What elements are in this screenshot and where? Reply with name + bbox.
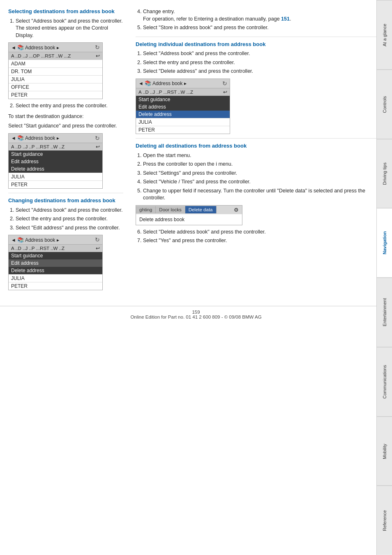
address-book-widget-1: ◄ 📚 Address book ▸ ↻ A ..D ..J ...OP ...… <box>8 42 103 99</box>
deleting-individual-steps: Select "Address book" and press the cont… <box>136 50 376 75</box>
addr-widget-3-header: ◄ 📚 Address book ▸ ↻ <box>9 235 102 244</box>
selecting-step-2: Select the entry and press the controlle… <box>16 102 123 110</box>
addr-row-peter-4: PETER <box>136 126 230 134</box>
sidebar-tab-navigation[interactable]: Navigation <box>377 208 392 278</box>
section-deleting-all-heading: Deleting all destinations from address b… <box>136 143 376 150</box>
sidebar-tab-communications[interactable]: Communications <box>377 347 392 416</box>
refresh-icon-3: ↻ <box>95 236 100 243</box>
addr-row-adam: ADAM <box>9 60 102 67</box>
sidebar-tab-driving-tips[interactable]: Driving tips <box>377 139 392 208</box>
section-selecting-heading: Selecting destinations from address book <box>8 8 123 15</box>
selecting-step-2-list: Select the entry and press the controlle… <box>8 102 123 110</box>
sidebar-tab-controls[interactable]: Controls <box>377 69 392 139</box>
del-all-step-7: Select "Yes" and press the controller. <box>143 237 376 245</box>
changing-step-4: Change entry. For operation, refer to En… <box>143 8 376 23</box>
addr-row-julia-3: JULIA <box>9 274 102 282</box>
del-ind-step-2: Select the entry and press the controlle… <box>143 59 376 67</box>
del-all-step-2: Press the controller to open the i menu. <box>143 161 376 168</box>
menu-edit-address-4: Edit address <box>136 103 230 111</box>
divider-1 <box>8 193 123 193</box>
changing-steps-list: Select "Address book" and press the cont… <box>8 207 123 232</box>
deleting-all-steps-6-7: Select "Delete address book" and press t… <box>136 229 376 245</box>
delete-widget-body: Delete address book <box>136 214 242 225</box>
menu-delete-address-4: Delete address <box>136 111 230 118</box>
del-all-step-3: Select "Settings" and press the controll… <box>143 170 376 177</box>
addr-row-peter-1: PETER <box>9 91 102 99</box>
tab-ghting: ghting <box>136 206 156 213</box>
menu-delete-address: Delete address <box>9 165 102 173</box>
addr-widget-2-header: ◄ 📚 Address book ▸ ↻ <box>9 134 102 143</box>
enter-icon-1: ↩ <box>96 53 100 59</box>
addr-rows-4: Start guidance Edit address Delete addre… <box>136 96 230 134</box>
refresh-icon-2: ↻ <box>95 135 100 141</box>
addr-nav-1: A ..D ..J ...OP ...RST ..W ...Z ↩ <box>9 52 102 60</box>
deleting-all-steps: Open the start menu. Press the controlle… <box>136 152 376 202</box>
section-deleting-all: Deleting all destinations from address b… <box>136 143 376 245</box>
section-selecting: Selecting destinations from address book… <box>8 8 123 189</box>
menu-start-guidance-4: Start guidance <box>136 96 230 103</box>
delete-address-book-option: Delete address book <box>139 217 239 222</box>
address-book-widget-3: ◄ 📚 Address book ▸ ↻ A ..D ..J ..P ...RS… <box>8 235 103 290</box>
section-changing-heading: Changing destinations from address book <box>8 197 123 204</box>
addr-row-julia-1: JULIA <box>9 75 102 83</box>
changing-step-3: Select "Edit address" and press the cont… <box>16 224 123 232</box>
enter-icon-2: ↩ <box>96 144 100 150</box>
addr-nav-3: A ..D ..J ..P ...RST ..W ..Z ↩ <box>9 244 102 252</box>
divider-3 <box>136 138 376 139</box>
menu-start-guidance: Start guidance <box>9 150 102 158</box>
addr-rows-2: Start guidance Edit address Delete addre… <box>9 150 102 188</box>
selecting-step-1: Select "Address book" and press the cont… <box>16 18 123 39</box>
addr-nav-4: A ..D ..J ..P ...RST ..W ...Z ↩ <box>136 88 230 96</box>
changing-continuation: Change entry. For operation, refer to En… <box>136 8 376 32</box>
sidebar-tab-at-a-glance[interactable]: At a glance <box>377 0 392 69</box>
enter-icon-3: ↩ <box>96 245 100 251</box>
addr-widget-1-header: ◄ 📚 Address book ▸ ↻ <box>9 43 102 52</box>
addr-row-peter-2: PETER <box>9 180 102 188</box>
changing-step-5: Select "Store in address book" and press… <box>143 24 376 32</box>
divider-2 <box>136 37 376 37</box>
left-column: Selecting destinations from address book… <box>8 8 131 294</box>
settings-icon: ⚙ <box>231 206 242 214</box>
section-changing: Changing destinations from address book … <box>8 197 123 290</box>
changing-steps-4-5: Change entry. For operation, refer to En… <box>136 8 376 32</box>
sidebar-tab-entertainment[interactable]: Entertainment <box>377 278 392 347</box>
guidance-intro: To start the destination guidance: <box>8 113 123 120</box>
address-book-widget-4: ◄ 📚 Address book ▸ ↻ A ..D ..J ..P ...RS… <box>136 79 230 134</box>
sidebar-tab-reference[interactable]: Reference <box>377 486 392 555</box>
enter-icon-4: ↩ <box>223 89 227 95</box>
addr-rows-1: ADAM DR. TOM JULIA OFFICE PETER <box>9 60 102 99</box>
tab-door-locks: Door locks <box>156 206 185 213</box>
del-all-step-1: Open the start menu. <box>143 152 376 160</box>
addr-widget-4-header: ◄ 📚 Address book ▸ ↻ <box>136 79 230 88</box>
del-all-step-6: Select "Delete address book" and press t… <box>143 229 376 236</box>
menu-edit-address: Edit address <box>9 158 102 165</box>
tab-delete-data: Delete data <box>185 206 217 213</box>
del-all-step-4: Select "Vehicle / Tires" and press the c… <box>143 178 376 186</box>
selecting-steps-list: Select "Address book" and press the cont… <box>8 18 123 39</box>
addr-row-julia-4: JULIA <box>136 118 230 126</box>
delete-widget-header: ghting Door locks Delete data ⚙ <box>136 206 242 214</box>
del-ind-step-3: Select "Delete address" and press the co… <box>143 68 376 75</box>
addr-row-office: OFFICE <box>9 83 102 91</box>
addr-row-julia-2: JULIA <box>9 173 102 180</box>
changing-step-2: Select the entry and press the controlle… <box>16 215 123 223</box>
section-deleting-individual-heading: Deleting individual destinations from ad… <box>136 41 376 48</box>
delete-data-widget: ghting Door locks Delete data ⚙ Delete a… <box>136 205 242 225</box>
footer: 159 Online Edition for Part no. 01 41 2 … <box>0 306 392 321</box>
addr-rows-3: Start guidance Edit address Delete addre… <box>9 252 102 290</box>
addr-row-peter-3: PETER <box>9 282 102 290</box>
del-all-step-5: Change to upper field if necessary. Turn… <box>143 187 376 202</box>
changing-step-1: Select "Address book" and press the cont… <box>16 207 123 214</box>
sidebar-tab-mobility[interactable]: Mobility <box>377 416 392 486</box>
page-link-151[interactable]: 151 <box>281 16 290 22</box>
page-number: 159 <box>192 310 200 314</box>
addr-row-dr-tom: DR. TOM <box>9 67 102 75</box>
refresh-icon-1: ↻ <box>95 44 100 51</box>
refresh-icon-4: ↻ <box>222 80 227 87</box>
addr-nav-2: A ..D ..J ..P ...RST ..W ..Z ↩ <box>9 143 102 150</box>
sidebar: At a glance Controls Driving tips Naviga… <box>376 0 392 555</box>
menu-start-guidance-3: Start guidance <box>9 252 102 259</box>
menu-edit-address-3: Edit address <box>9 259 102 267</box>
right-column: Change entry. For operation, refer to En… <box>131 8 376 294</box>
guidance-note: Select "Start guidance" and press the co… <box>8 123 123 130</box>
